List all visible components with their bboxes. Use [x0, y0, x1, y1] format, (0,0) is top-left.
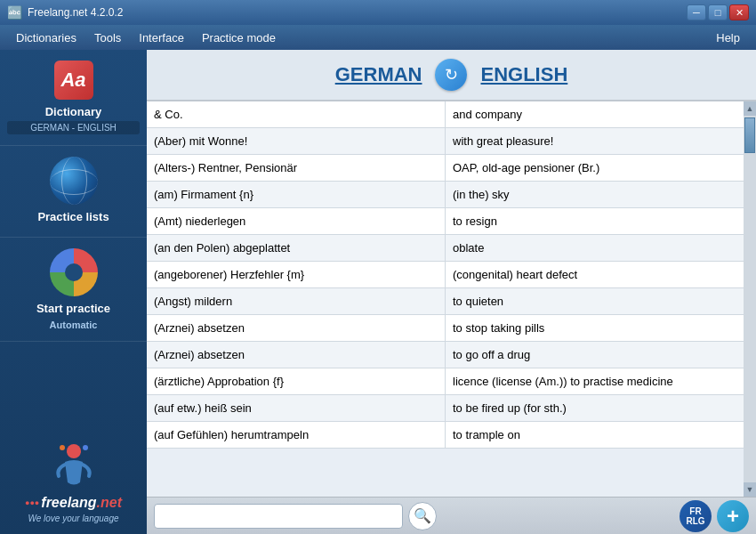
menu-bar: Dictionaries Tools Interface Practice mo… [0, 25, 756, 50]
scroll-down-arrow[interactable]: ▼ [744, 482, 756, 497]
english-cell: to quieten [446, 288, 744, 314]
add-button[interactable]: + [717, 500, 749, 532]
english-cell: to go off a drug [446, 342, 744, 368]
english-cell: to be fired up (for sth.) [446, 395, 744, 421]
plus-icon: + [727, 504, 739, 529]
sidebar: Aa Dictionary GERMAN - ENGLISH Practice … [0, 50, 147, 534]
dictionary-label: Dictionary [45, 105, 102, 118]
english-cell: to stop taking pills [446, 315, 744, 341]
start-practice-label: Start practice [36, 302, 110, 315]
german-cell: (ärztliche) Approbation {f} [147, 368, 446, 394]
german-cell: (Angst) mildern [147, 288, 446, 314]
main-area: Aa Dictionary GERMAN - ENGLISH Practice … [0, 50, 756, 534]
scroll-thumb[interactable] [744, 117, 755, 153]
start-practice-sublabel: Automatic [50, 320, 98, 330]
dictionary-icon: Aa [54, 61, 93, 100]
english-cell: with great pleasure! [446, 128, 744, 154]
english-cell: and company [446, 101, 744, 127]
table-row[interactable]: (Aber) mit Wonne! with great pleasure! [147, 128, 744, 155]
globe-icon [50, 157, 98, 205]
german-cell: & Co. [147, 101, 446, 127]
table-row[interactable]: (Alters-) Rentner, Pensionär OAP, old-ag… [147, 155, 744, 182]
english-cell: oblate [446, 235, 744, 261]
german-cell: (Arznei) absetzen [147, 342, 446, 368]
german-cell: (angeborener) Herzfehler {m} [147, 262, 446, 287]
search-input[interactable] [154, 504, 403, 529]
table-row[interactable]: (ärztliche) Approbation {f} licence (lic… [147, 368, 744, 395]
sidebar-item-practice-lists[interactable]: Practice lists [0, 146, 147, 238]
svg-point-2 [83, 445, 88, 450]
menu-help[interactable]: Help [707, 28, 749, 48]
flags-icon: FR RLG [680, 506, 712, 526]
table-row[interactable]: (Amt) niederlegen to resign [147, 208, 744, 235]
menu-interface[interactable]: Interface [130, 28, 193, 48]
maximize-button[interactable]: □ [708, 4, 728, 20]
english-cell: to resign [446, 208, 744, 234]
german-cell: (auf Gefühlen) herumtrampeln [147, 422, 446, 448]
wheel-icon [50, 248, 98, 296]
table-row[interactable]: (auf etw.) heiß sein to be fired up (for… [147, 395, 744, 422]
practice-lists-label: Practice lists [37, 210, 109, 223]
german-cell: (Amt) niederlegen [147, 208, 446, 234]
search-bar: 🔍 FR RLG + [147, 497, 756, 534]
german-cell: (Alters-) Rentner, Pensionär [147, 155, 446, 181]
table-row[interactable]: (Arznei) absetzen to stop taking pills [147, 315, 744, 342]
menu-dictionaries[interactable]: Dictionaries [7, 28, 85, 48]
menu-practice-mode[interactable]: Practice mode [193, 28, 285, 48]
content-area: GERMAN ↻ ENGLISH & Co. and company (Aber… [147, 50, 756, 534]
german-cell: (am) Firmament {n} [147, 182, 446, 207]
table-row[interactable]: (Angst) mildern to quieten [147, 288, 744, 315]
german-cell: (auf etw.) heiß sein [147, 395, 446, 421]
freelang-figure-icon [52, 442, 96, 491]
sidebar-item-dictionary[interactable]: Aa Dictionary GERMAN - ENGLISH [0, 50, 147, 146]
search-button[interactable]: 🔍 [408, 502, 437, 530]
scroll-up-arrow[interactable]: ▲ [744, 101, 756, 116]
dict-header: GERMAN ↻ ENGLISH [147, 50, 756, 101]
table-row[interactable]: (am) Firmament {n} (in the) sky [147, 182, 744, 208]
title-bar: 🔤 Freelang.net 4.2.0.2 ─ □ ✕ [0, 0, 756, 25]
minimize-button[interactable]: ─ [687, 4, 706, 20]
language-left[interactable]: GERMAN [335, 63, 422, 86]
refresh-button[interactable]: ↻ [435, 59, 467, 91]
language-right[interactable]: ENGLISH [480, 63, 567, 86]
german-cell: (an den Polen) abgeplattet [147, 235, 446, 261]
table-row[interactable]: (an den Polen) abgeplattet oblate [147, 235, 744, 262]
english-cell: licence (license (Am.)) to practise medi… [446, 368, 744, 394]
english-cell: to trample on [446, 422, 744, 448]
english-cell: (congenital) heart defect [446, 262, 744, 287]
english-cell: OAP, old-age pensioner (Br.) [446, 155, 744, 181]
window-title: Freelang.net 4.2.0.2 [28, 6, 687, 19]
english-cell: (in the) sky [446, 182, 744, 207]
close-button[interactable]: ✕ [729, 4, 749, 20]
german-cell: (Aber) mit Wonne! [147, 128, 446, 154]
search-icon: 🔍 [414, 507, 431, 524]
sidebar-logo: ●●● freelang.net We love your language [9, 430, 139, 534]
svg-point-0 [67, 444, 81, 458]
dictionary-sublabel: GERMAN - ENGLISH [7, 121, 140, 134]
menu-tools[interactable]: Tools [85, 28, 130, 48]
dict-table-container: & Co. and company (Aber) mit Wonne! with… [147, 101, 756, 497]
table-row[interactable]: (Arznei) absetzen to go off a drug [147, 342, 744, 368]
german-cell: (Arznei) absetzen [147, 315, 446, 341]
title-controls: ─ □ ✕ [687, 4, 749, 20]
table-row[interactable]: & Co. and company [147, 101, 744, 128]
logo-tagline: We love your language [28, 514, 118, 523]
table-row[interactable]: (angeborener) Herzfehler {m} (congenital… [147, 262, 744, 288]
svg-point-1 [60, 445, 65, 450]
sidebar-item-start-practice[interactable]: Start practice Automatic [0, 238, 147, 342]
app-icon: 🔤 [7, 5, 22, 20]
table-row[interactable]: (auf Gefühlen) herumtrampeln to trample … [147, 422, 744, 449]
flags-button[interactable]: FR RLG [680, 500, 712, 532]
dict-table[interactable]: & Co. and company (Aber) mit Wonne! with… [147, 101, 756, 497]
scrollbar[interactable]: ▲ ▼ [744, 101, 756, 497]
